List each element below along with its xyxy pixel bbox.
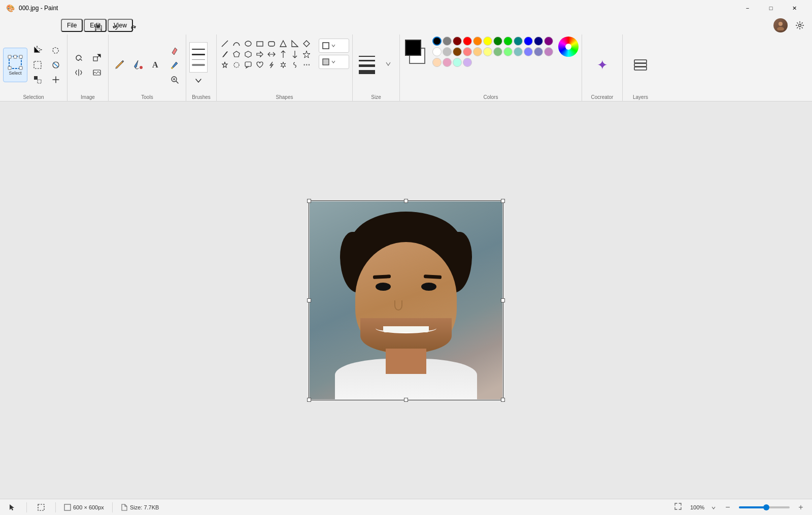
color-light-blue[interactable]	[524, 47, 533, 56]
color-light-teal[interactable]	[514, 47, 523, 56]
size-3[interactable]	[359, 64, 375, 67]
color-gray[interactable]	[443, 37, 452, 46]
file-menu[interactable]: File	[61, 19, 83, 32]
zoom-in-button[interactable]: +	[796, 502, 806, 512]
oval-shape[interactable]	[243, 39, 253, 49]
select-expand-button[interactable]	[48, 73, 64, 87]
heart-shape[interactable]	[255, 60, 265, 70]
select-all-button[interactable]	[29, 58, 46, 72]
color-peach[interactable]	[473, 47, 482, 56]
size-1[interactable]	[359, 56, 375, 57]
color-lilac[interactable]	[463, 58, 472, 67]
layers-group[interactable]: Layers	[623, 35, 658, 101]
color-red[interactable]	[463, 37, 472, 46]
color-dark-blue[interactable]	[534, 37, 543, 46]
color-light-red[interactable]	[463, 47, 472, 56]
color-teal[interactable]	[514, 37, 523, 46]
color-purple[interactable]	[544, 37, 553, 46]
color-silver[interactable]	[443, 47, 452, 56]
color-dark-green[interactable]	[493, 37, 502, 46]
outline-button[interactable]	[319, 39, 349, 53]
close-button[interactable]: ✕	[783, 0, 806, 16]
color-pink[interactable]	[443, 58, 452, 67]
color-black[interactable]	[432, 37, 442, 46]
rotate-button[interactable]	[71, 51, 87, 65]
star5-shape[interactable]	[220, 60, 230, 70]
pencil-button[interactable]	[112, 57, 128, 73]
more-shapes[interactable]: ⋯	[301, 60, 312, 70]
line-shape[interactable]	[220, 39, 230, 49]
remove-bg-button[interactable]	[48, 58, 64, 72]
size-4[interactable]	[359, 70, 375, 74]
cursor-tool-status[interactable]	[6, 502, 18, 512]
star4-shape[interactable]	[301, 49, 312, 59]
rounded-rect-shape[interactable]	[266, 39, 277, 49]
starburst-shape[interactable]	[278, 60, 288, 70]
star6-shape[interactable]	[231, 60, 242, 70]
brush-dropdown-button[interactable]	[189, 74, 208, 88]
arrow-right-shape[interactable]	[255, 49, 265, 59]
color-white[interactable]	[432, 47, 442, 56]
color-light-yellow[interactable]	[483, 47, 492, 56]
rtriangle-shape[interactable]	[290, 39, 300, 49]
pentagon-shape[interactable]	[231, 49, 242, 59]
arrow-down-shape[interactable]	[290, 49, 300, 59]
lightning-shape[interactable]	[266, 60, 277, 70]
zoom-tool-button[interactable]	[166, 73, 183, 87]
select-tool-status[interactable]	[35, 502, 47, 512]
parallelogram-shape[interactable]	[220, 49, 230, 59]
zoom-out-button[interactable]: −	[723, 502, 733, 512]
color-skin1[interactable]	[432, 58, 442, 67]
brush-preview[interactable]	[189, 42, 208, 73]
zoom-thumb[interactable]	[763, 504, 769, 510]
triangle-shape[interactable]	[278, 39, 288, 49]
rect-shape[interactable]	[255, 39, 265, 49]
fg-color-box[interactable]	[405, 40, 421, 56]
flip-button[interactable]	[71, 65, 87, 80]
undo-button[interactable]	[108, 21, 124, 36]
diamond-shape[interactable]	[301, 39, 312, 49]
bg-remove2-button[interactable]	[89, 65, 105, 80]
text-button[interactable]: A	[148, 57, 164, 73]
color-dark-red[interactable]	[453, 37, 462, 46]
save-button[interactable]	[90, 21, 107, 36]
curly-shape[interactable]	[290, 60, 300, 70]
zoom-slider[interactable]	[739, 506, 790, 508]
fill-button[interactable]	[130, 57, 146, 73]
color-lime[interactable]	[503, 47, 513, 56]
crop-button[interactable]	[29, 43, 46, 57]
color-lavender[interactable]	[544, 47, 553, 56]
minimize-button[interactable]: −	[736, 0, 759, 16]
rectangular-select-button[interactable]: Select	[3, 48, 27, 82]
user-avatar[interactable]	[773, 18, 788, 32]
curve-shape[interactable]	[231, 39, 242, 49]
fill-style-button[interactable]	[319, 55, 349, 69]
invert-select-button[interactable]	[29, 73, 46, 87]
canvas-image[interactable]	[310, 201, 502, 399]
color-brown[interactable]	[453, 47, 462, 56]
arrow-up-shape[interactable]	[278, 49, 288, 59]
arrow-double-shape[interactable]	[266, 49, 277, 59]
redo-button[interactable]	[125, 21, 141, 36]
cocreator-group[interactable]: ✦ Cocreator	[582, 35, 623, 101]
color-slate[interactable]	[534, 47, 543, 56]
color-orange[interactable]	[473, 37, 482, 46]
eraser-button[interactable]	[166, 43, 183, 57]
color-light-green[interactable]	[493, 47, 502, 56]
free-select-button[interactable]	[48, 43, 64, 57]
color-yellow[interactable]	[483, 37, 492, 46]
color-wheel[interactable]	[558, 37, 579, 57]
size-dropdown-button[interactable]	[380, 57, 396, 71]
color-green[interactable]	[503, 37, 513, 46]
color-blue[interactable]	[524, 37, 533, 46]
resize-button[interactable]	[89, 51, 105, 65]
color-picker-button[interactable]	[166, 58, 183, 72]
zoom-dropdown-button[interactable]	[710, 503, 717, 511]
settings-button[interactable]	[792, 18, 808, 32]
color-mint[interactable]	[453, 58, 462, 67]
maximize-button[interactable]: □	[759, 0, 783, 16]
fit-screen-button[interactable]	[672, 501, 684, 513]
hexagon-shape[interactable]	[243, 49, 253, 59]
callout-shape[interactable]	[243, 60, 253, 70]
size-2[interactable]	[359, 60, 375, 61]
